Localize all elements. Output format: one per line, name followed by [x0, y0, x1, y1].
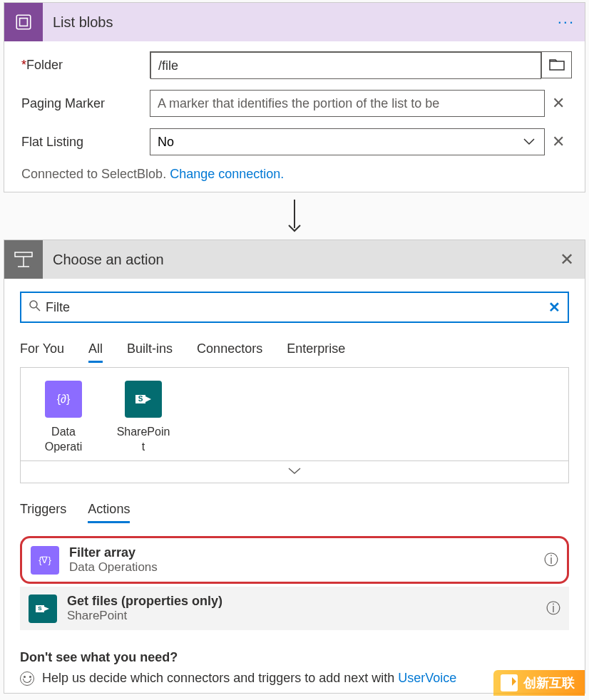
- card-title: List blobs: [43, 14, 558, 31]
- action-text: Get files (properties only) SharePoint: [67, 594, 546, 623]
- close-icon[interactable]: ✕: [549, 249, 585, 269]
- folder-row: *Folder: [21, 51, 572, 78]
- chevron-down-icon: [514, 138, 544, 145]
- connector-data-operations[interactable]: {∂} Data Operati: [35, 381, 92, 455]
- data-operations-icon: {∇}: [31, 546, 59, 575]
- expand-connectors-icon[interactable]: [21, 460, 568, 483]
- connector-panel: {∂} Data Operati S SharePoin t: [20, 367, 569, 483]
- search-box: ✕: [20, 292, 569, 323]
- change-connection-link[interactable]: Change connection.: [170, 167, 284, 181]
- action-icon: [4, 240, 43, 279]
- sharepoint-icon: S: [125, 381, 162, 418]
- folder-field: [150, 51, 572, 78]
- svg-text:{∂}: {∂}: [57, 393, 71, 405]
- choose-action-card: Choose an action ✕ ✕ For You All Built-i…: [4, 240, 585, 694]
- svg-rect-1: [20, 19, 28, 26]
- search-input[interactable]: [46, 300, 548, 315]
- footer-question: Don't see what you need?: [20, 650, 569, 665]
- tab-triggers[interactable]: Triggers: [20, 502, 66, 523]
- list-blobs-card: List blobs ··· *Folder Paging Marker ✕: [4, 2, 585, 192]
- svg-line-8: [36, 307, 40, 311]
- connector-grid: {∂} Data Operati S SharePoin t: [21, 368, 568, 460]
- flat-row: Flat Listing No ✕: [21, 128, 572, 155]
- watermark: 创新互联: [493, 670, 585, 696]
- sharepoint-icon: S: [29, 595, 57, 623]
- svg-rect-2: [550, 61, 564, 70]
- paging-label: Paging Marker: [21, 96, 150, 111]
- more-icon[interactable]: ···: [558, 13, 585, 31]
- folder-picker-icon[interactable]: [541, 52, 571, 78]
- svg-point-7: [30, 301, 37, 308]
- tab-actions[interactable]: Actions: [88, 502, 130, 523]
- action-text: Filter array Data Operations: [69, 545, 544, 575]
- svg-text:{∇}: {∇}: [39, 555, 51, 565]
- svg-rect-0: [16, 15, 31, 29]
- flat-value: No: [150, 135, 514, 150]
- paging-input[interactable]: [150, 90, 545, 117]
- flat-select[interactable]: No: [150, 128, 545, 155]
- trigger-action-tabs: Triggers Actions: [20, 502, 569, 523]
- action-filter-array[interactable]: {∇} Filter array Data Operations ⓘ: [20, 536, 569, 584]
- clear-flat-icon[interactable]: ✕: [545, 133, 572, 151]
- tab-all[interactable]: All: [88, 341, 103, 363]
- clear-search-icon[interactable]: ✕: [548, 299, 560, 316]
- svg-text:S: S: [38, 605, 42, 612]
- tab-connectors[interactable]: Connectors: [197, 341, 262, 363]
- svg-text:S: S: [138, 395, 143, 403]
- search-icon: [29, 299, 41, 315]
- clear-paging-icon[interactable]: ✕: [545, 94, 572, 113]
- folder-label: *Folder: [21, 58, 150, 73]
- card2-title: Choose an action: [43, 252, 549, 268]
- svg-rect-4: [15, 252, 32, 257]
- action-list: {∇} Filter array Data Operations ⓘ S Get…: [20, 536, 569, 630]
- flow-arrow-icon: [0, 200, 589, 235]
- card2-body: ✕ For You All Built-ins Connectors Enter…: [4, 279, 585, 693]
- uservoice-link[interactable]: UserVoice: [398, 671, 456, 685]
- tab-for-you[interactable]: For You: [20, 341, 64, 363]
- connected-text: Connected to SelectBlob. Change connecti…: [21, 167, 572, 182]
- tab-enterprise[interactable]: Enterprise: [287, 341, 345, 363]
- folder-input[interactable]: [150, 52, 541, 79]
- tab-built-ins[interactable]: Built-ins: [127, 341, 173, 363]
- paging-row: Paging Marker ✕: [21, 90, 572, 117]
- card-body: *Folder Paging Marker ✕ Flat Listing: [4, 41, 585, 192]
- connector-sharepoint[interactable]: S SharePoin t: [115, 381, 172, 455]
- card2-header: Choose an action ✕: [4, 240, 585, 279]
- action-get-files[interactable]: S Get files (properties only) SharePoint…: [20, 587, 569, 630]
- blob-icon: [4, 3, 43, 41]
- smiley-icon: [20, 671, 34, 686]
- footer-help-line: Help us decide which connectors and trig…: [20, 671, 569, 686]
- card-header: List blobs ···: [4, 3, 585, 41]
- footer-help: Don't see what you need? Help us decide …: [20, 650, 569, 686]
- info-icon[interactable]: ⓘ: [546, 599, 560, 618]
- data-operations-icon: {∂}: [45, 381, 82, 418]
- category-tabs: For You All Built-ins Connectors Enterpr…: [20, 341, 569, 363]
- info-icon[interactable]: ⓘ: [544, 550, 558, 570]
- watermark-icon: [501, 674, 518, 691]
- flat-label: Flat Listing: [21, 135, 150, 150]
